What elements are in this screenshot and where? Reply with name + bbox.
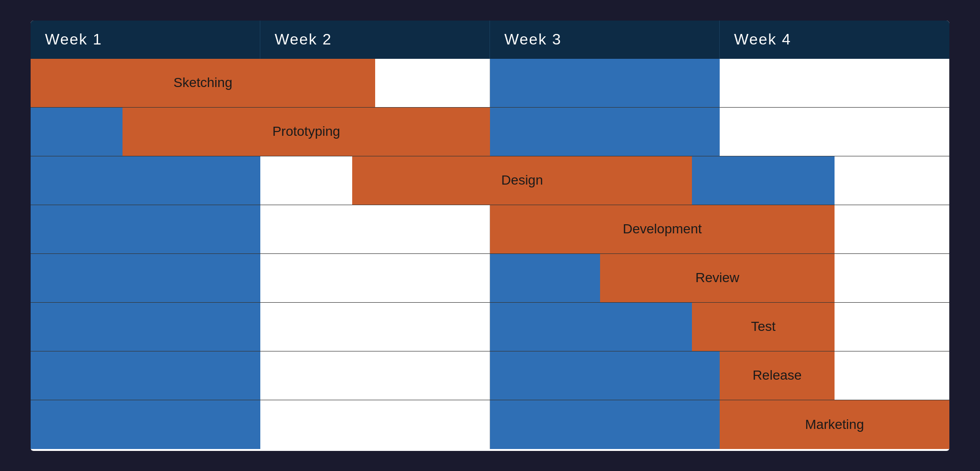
- prototyping-blue1-bar: [31, 108, 122, 156]
- release-bar: Release: [720, 351, 835, 400]
- design-blue1-bar: [31, 156, 260, 205]
- gantt-row-sketching: Sketching: [31, 59, 949, 108]
- design-bar: Design: [352, 156, 692, 205]
- week1-header: Week 1: [31, 21, 260, 59]
- review-bar: Review: [600, 254, 835, 302]
- test-blue2-bar: [490, 303, 692, 351]
- week2-header: Week 2: [260, 21, 490, 59]
- gantt-row-test: Test: [31, 303, 949, 351]
- marketing-bar: Marketing: [720, 400, 949, 449]
- gantt-chart: Week 1 Week 2 Week 3 Week 4 Sketching: [31, 21, 949, 451]
- development-blue-bar: [31, 205, 260, 253]
- prototyping-bar: Prototyping: [122, 108, 490, 156]
- gantt-row-review: Review: [31, 254, 949, 303]
- prototyping-blue2-bar: [490, 108, 720, 156]
- design-blue2-bar: [692, 156, 835, 205]
- gantt-row-design: Design: [31, 156, 949, 205]
- marketing-blue1-bar: [31, 400, 260, 449]
- chart-header: Week 1 Week 2 Week 3 Week 4: [31, 21, 949, 59]
- gantt-row-development: Development: [31, 205, 949, 254]
- sketching-blue-bar: [490, 59, 720, 107]
- gantt-body: Sketching Prototyping: [31, 59, 949, 449]
- gantt-row-marketing: Marketing: [31, 400, 949, 449]
- test-bar: Test: [692, 303, 835, 351]
- test-blue1-bar: [31, 303, 260, 351]
- development-bar: Development: [490, 205, 835, 253]
- review-blue1-bar: [31, 254, 260, 302]
- gantt-row-prototyping: Prototyping: [31, 108, 949, 156]
- marketing-blue2-bar: [490, 400, 720, 449]
- release-blue1-bar: [31, 351, 260, 400]
- week4-header: Week 4: [720, 21, 949, 59]
- review-blue2-bar: [490, 254, 600, 302]
- release-blue2-bar: [490, 351, 720, 400]
- gantt-row-release: Release: [31, 351, 949, 400]
- sketching-bar: Sketching: [31, 59, 375, 107]
- week3-header: Week 3: [490, 21, 720, 59]
